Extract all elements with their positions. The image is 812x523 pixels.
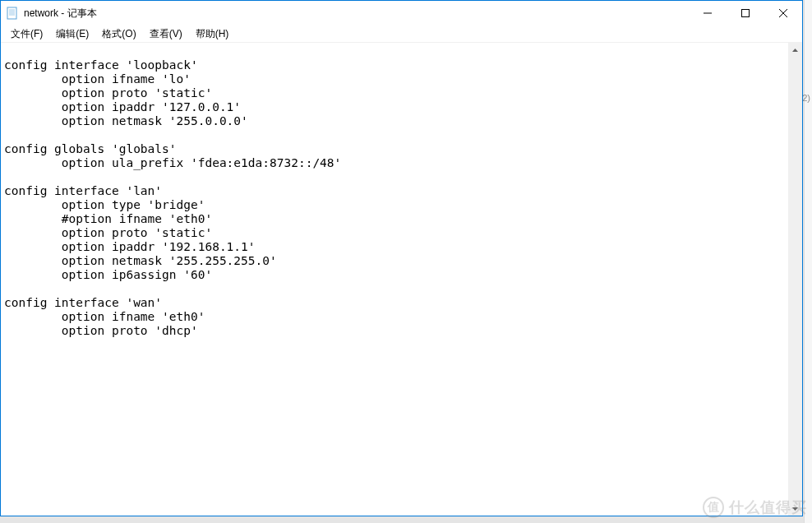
vertical-scrollbar[interactable]	[788, 43, 802, 516]
menu-view[interactable]: 查看(V)	[143, 25, 189, 43]
svg-marker-10	[792, 507, 798, 511]
background-edge: 2)	[804, 0, 812, 523]
menubar: 文件(F) 编辑(E) 格式(O) 查看(V) 帮助(H)	[1, 25, 802, 43]
window-title: network - 记事本	[24, 7, 689, 21]
svg-rect-6	[742, 10, 750, 17]
menu-format[interactable]: 格式(O)	[95, 25, 142, 43]
close-button[interactable]	[764, 1, 802, 25]
background-edge-label: 2)	[802, 93, 810, 103]
window-controls	[689, 1, 802, 25]
titlebar[interactable]: network - 记事本	[1, 1, 802, 25]
editor-container: config interface 'loopback' option ifnam…	[1, 43, 802, 516]
notepad-icon	[6, 7, 19, 20]
scroll-up-arrow[interactable]	[788, 43, 802, 57]
menu-edit[interactable]: 编辑(E)	[49, 25, 95, 43]
maximize-button[interactable]	[727, 1, 764, 25]
minimize-button[interactable]	[689, 1, 727, 25]
menu-help[interactable]: 帮助(H)	[189, 25, 236, 43]
scroll-down-arrow[interactable]	[788, 502, 802, 516]
notepad-window: network - 记事本 文件(F) 编辑(E) 格式(O) 查看(V) 帮助…	[0, 0, 803, 516]
svg-marker-9	[792, 49, 798, 52]
menu-file[interactable]: 文件(F)	[4, 25, 49, 43]
scrollbar-track[interactable]	[788, 57, 802, 502]
text-editor[interactable]: config interface 'loopback' option ifnam…	[1, 43, 788, 516]
